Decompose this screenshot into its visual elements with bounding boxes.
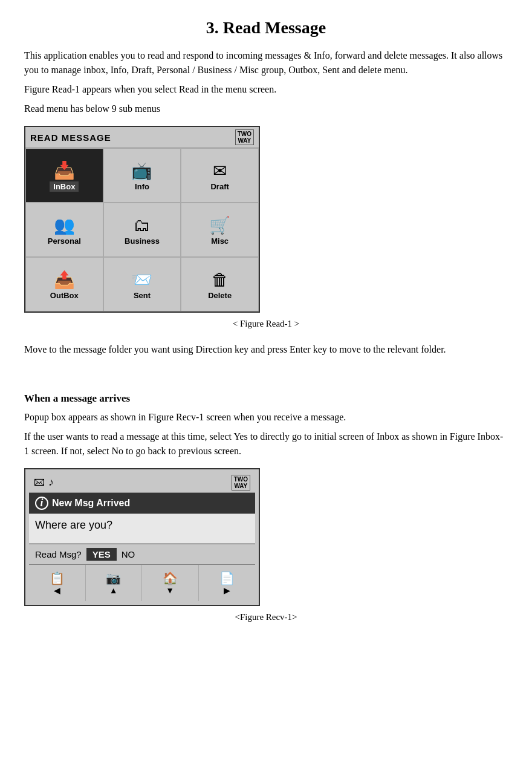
figure-recv-1-container: 🖂 ♪ TWOWAY i New Msg Arrived Where are y… [24,468,508,626]
menu-cell-outbox[interactable]: 📤 OutBox [25,257,103,311]
recv-header: 🖂 ♪ TWOWAY [29,473,255,493]
figure-recv-1-caption: <Figure Recv-1> [24,612,508,622]
sent-icon: 📨 [131,272,152,289]
nav-doc-icon: 📄 [219,571,235,585]
message-text: Where are you? [35,519,112,531]
nav-camera-icon: 📷 [106,571,121,585]
sent-label: Sent [134,291,151,300]
info-circle-icon: i [35,497,48,510]
nav-left-button[interactable]: 📋 ◀ [29,565,86,601]
move-text: Move to the message folder you want usin… [24,342,508,357]
no-label[interactable]: NO [122,549,135,559]
menu-cell-personal[interactable]: 👥 Personal [25,203,103,257]
nav-right-button[interactable]: 📄 ▶ [199,565,256,601]
nav-arrow-left: ◀ [54,585,60,595]
delete-icon: 🗑 [212,272,229,289]
menu-cell-delete[interactable]: 🗑 Delete [181,257,259,311]
menu-cell-business[interactable]: 🗂 Business [103,203,181,257]
yes-button[interactable]: YES [86,548,117,561]
recv-notification-bar: i New Msg Arrived [29,493,255,514]
business-icon: 🗂 [134,217,151,234]
section-paragraph-1: Popup box appears as shown in Figure Rec… [24,410,508,425]
recv-message-screen: 🖂 ♪ TWOWAY i New Msg Arrived Where are y… [24,468,260,606]
recv-message-body: Where are you? [29,514,255,544]
screen-header-title: READ MESSAGE [30,132,111,143]
music-icon: ♪ [48,476,54,489]
outbox-label: OutBox [50,291,79,300]
intro-paragraph-2: Figure Read-1 appears when you select Re… [24,82,508,97]
menu-cell-misc[interactable]: 🛒 Misc [181,203,259,257]
envelope-icon: 🖂 [34,476,45,489]
misc-label: Misc [211,236,229,246]
figure-read-1-container: READ MESSAGE TWOWAY 📥 InBox 📺 Info ✉ Dra… [24,126,508,333]
prompt-label: Read Msg? [35,549,82,559]
personal-icon: 👥 [54,217,75,234]
menu-cell-inbox[interactable]: 📥 InBox [25,148,103,203]
menu-cell-info[interactable]: 📺 Info [103,148,181,203]
nav-arrow-right: ▶ [224,585,230,595]
inbox-icon: 📥 [54,162,75,179]
recv-prompt-bar: Read Msg? YES NO [29,544,255,564]
nav-left-icon: 📋 [50,571,65,585]
nav-up-button[interactable]: 📷 ▲ [86,565,143,601]
draft-label: Draft [210,182,229,191]
nav-arrow-down: ▼ [166,585,174,595]
read-message-screen: READ MESSAGE TWOWAY 📥 InBox 📺 Info ✉ Dra… [24,126,260,313]
recv-nav-bar: 📋 ◀ 📷 ▲ 🏠 ▼ 📄 ▶ [29,564,255,601]
figure-read-1-caption: < Figure Read-1 > [24,319,508,329]
screen-header: READ MESSAGE TWOWAY [25,127,259,148]
page-title: 3. Read Message [24,18,508,37]
draft-icon: ✉ [213,163,227,180]
inbox-label: InBox [50,181,79,192]
delete-label: Delete [208,291,232,300]
section-paragraph-2: If the user wants to read a message at t… [24,429,508,458]
menu-cell-draft[interactable]: ✉ Draft [181,148,259,203]
intro-paragraph-1: This application enables you to read and… [24,48,508,77]
info-label: Info [135,182,149,191]
menu-cell-sent[interactable]: 📨 Sent [103,257,181,311]
nav-arrow-up: ▲ [109,585,118,595]
business-label: Business [125,236,160,246]
menu-grid: 📥 InBox 📺 Info ✉ Draft 👥 Personal 🗂 Busi… [25,148,259,311]
notification-text: New Msg Arrived [52,498,130,509]
personal-label: Personal [48,236,81,246]
info-icon: 📺 [131,163,152,180]
nav-home-button[interactable]: 🏠 ▼ [142,565,199,601]
recv-two-way-badge: TWOWAY [232,475,250,491]
section-title: When a message arrives [24,391,508,406]
nav-home-icon: 🏠 [163,571,178,585]
intro-paragraph-3: Read menu has below 9 sub menus [24,102,508,116]
outbox-icon: 📤 [54,272,75,289]
misc-icon: 🛒 [209,217,230,234]
two-way-badge: TWOWAY [235,129,254,145]
